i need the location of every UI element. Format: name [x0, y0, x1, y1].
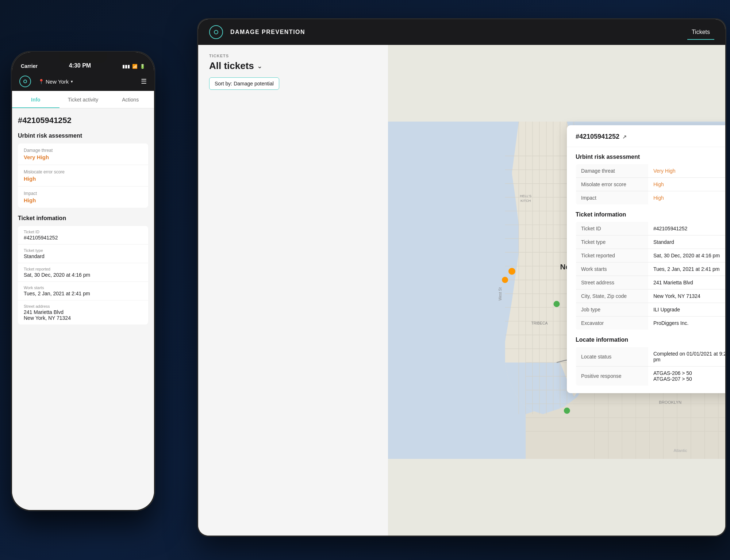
tab-ticket-activity[interactable]: Ticket activity [59, 91, 107, 108]
tablet-screen: DAMAGE PREVENTION Tickets TICKETS All ti… [198, 19, 725, 536]
phone-tabs: Info Ticket activity Actions [12, 91, 154, 108]
location-pin-icon: 📍 [38, 79, 44, 84]
misolate-label: Misolate error score [576, 178, 648, 191]
tablet-left-panel: TICKETS All tickets ⌄ Sort by: Damage po… [198, 45, 388, 536]
tab-info[interactable]: Info [12, 91, 59, 108]
tablet-panel-header: TICKETS All tickets ⌄ Sort by: Damage po… [198, 45, 388, 96]
ticket-type-label: Ticket type [576, 235, 648, 249]
signal-icon: ▮▮▮ [122, 64, 130, 69]
tab-actions[interactable]: Actions [107, 91, 154, 108]
tab-info-label: Info [31, 97, 41, 103]
tickets-tab-label: Tickets [692, 29, 710, 35]
tablet-nav-tab-tickets[interactable]: Tickets [687, 26, 714, 38]
tablet-frame: DAMAGE PREVENTION Tickets TICKETS All ti… [197, 18, 726, 537]
table-row: Ticket reported Sat, 30 Dec, 2020 at 4:1… [576, 249, 726, 262]
tab-ticket-activity-label: Ticket activity [68, 97, 99, 103]
svg-point-70 [502, 277, 508, 283]
info-ticket-id-label: Ticket ID [24, 230, 142, 234]
all-tickets-row: All tickets ⌄ [209, 60, 377, 72]
misolate-value: High [648, 178, 725, 191]
detail-risk-table: Damage threat Very High Misolate error s… [576, 164, 725, 205]
svg-point-75 [564, 408, 570, 414]
impact-label: Impact [576, 191, 648, 205]
tablet-content: TICKETS All tickets ⌄ Sort by: Damage po… [198, 45, 725, 536]
info-ticket-type-label: Ticket type [24, 248, 142, 253]
tickets-section-label: TICKETS [209, 54, 377, 58]
info-work-starts-label: Work starts [24, 285, 142, 290]
svg-text:Atlantic: Atlantic [674, 448, 687, 453]
logo-inner [23, 80, 27, 83]
detail-card-body[interactable]: Urbint risk assessment Damage threat Ver… [567, 147, 725, 393]
impact-value: High [24, 197, 142, 203]
info-row-ticket-reported: Ticket reported Sat, 30 Dec, 2020 at 4:1… [18, 263, 148, 282]
wifi-icon: 📶 [132, 64, 138, 69]
risk-row-impact: Impact High [18, 187, 148, 208]
job-type-value: ILI Upgrade [648, 303, 725, 317]
info-row-work-starts: Work starts Tues, 2 Jan, 2021 at 2:41 pm [18, 282, 148, 300]
phone-info-section-title: Ticket infomation [18, 215, 148, 222]
detail-risk-title: Urbint risk assessment [576, 154, 725, 160]
info-ticket-id-value: #42105941252 [24, 235, 142, 241]
excavator-label: Excavator [576, 317, 648, 330]
detail-info-table: Ticket ID #42105941252 Ticket type Stand… [576, 222, 725, 330]
city-state-zip-value: New York, NY 71324 [648, 289, 725, 303]
tablet-nav: DAMAGE PREVENTION Tickets [198, 19, 725, 45]
damage-threat-label: Damage threat [576, 164, 648, 178]
svg-text:West St: West St [498, 287, 502, 300]
excavator-value: ProDiggers Inc. [648, 317, 725, 330]
info-row-address: Street address 241 Marietta Blvd New Yor… [18, 300, 148, 325]
phone-notch [59, 52, 107, 63]
table-row: City, State, Zip code New York, NY 71324 [576, 289, 726, 303]
svg-text:BROOKLYN: BROOKLYN [659, 400, 681, 404]
table-row: Street address 241 Marietta Blvd [576, 276, 726, 289]
city-state-zip-label: City, State, Zip code [576, 289, 648, 303]
ticket-reported-value: Sat, 30 Dec, 2020 at 4:16 pm [648, 249, 725, 262]
sort-button-label: Sort by: Damage potential [215, 81, 274, 87]
tablet-brand-label: DAMAGE PREVENTION [230, 29, 305, 35]
hamburger-menu-icon[interactable]: ☰ [141, 77, 147, 85]
risk-row-damage: Damage threat Very High [18, 143, 148, 165]
damage-threat-value: Very High [24, 154, 142, 160]
impact-label: Impact [24, 191, 142, 196]
street-address-label: Street address [576, 276, 648, 289]
table-row: Locate status Completed on 01/01/2021 at… [576, 347, 726, 367]
time-label: 4:30 PM [69, 62, 91, 69]
table-row: Impact High [576, 191, 726, 205]
phone-risk-section-title: Urbint risk assessment [18, 133, 148, 139]
phone-risk-card: Damage threat Very High Mislocate error … [18, 143, 148, 208]
phone-content: #42105941252 Urbint risk assessment Dama… [12, 108, 154, 510]
table-row: Misolate error score High [576, 178, 726, 191]
location-selector[interactable]: 📍 New York ▾ [38, 78, 137, 85]
tablet-logo-inner [214, 30, 218, 34]
sort-button[interactable]: Sort by: Damage potential [209, 77, 279, 90]
job-type-label: Job type [576, 303, 648, 317]
mislocate-label: Mislocate error score [24, 169, 142, 174]
ticket-id-label: Ticket ID [576, 222, 648, 235]
external-link-icon[interactable]: ↗ [622, 134, 627, 140]
svg-point-69 [508, 268, 515, 275]
battery-icon: 🔋 [140, 64, 145, 69]
tab-actions-label: Actions [122, 97, 139, 103]
app-logo [19, 76, 31, 87]
all-tickets-chevron-icon[interactable]: ⌄ [257, 62, 262, 70]
phone-info-card: Ticket ID #42105941252 Ticket type Stand… [18, 226, 148, 325]
phone-device: Carrier 4:30 PM ▮▮▮ 📶 🔋 📍 New York ▾ [11, 51, 155, 511]
detail-card-id-row: #42105941252 ↗ [576, 133, 627, 141]
location-city: New York [46, 78, 69, 85]
status-icons: ▮▮▮ 📶 🔋 [122, 64, 145, 69]
detail-card-header: #42105941252 ↗ × [567, 125, 725, 147]
detail-info-title: Ticket information [576, 211, 725, 218]
detail-locate-table: Locate status Completed on 01/01/2021 at… [576, 347, 725, 386]
info-row-ticket-type: Ticket type Standard [18, 245, 148, 263]
impact-value: High [648, 191, 725, 205]
table-row: Ticket type Standard [576, 235, 726, 249]
work-starts-label: Work starts [576, 262, 648, 276]
table-row: Job type ILI Upgrade [576, 303, 726, 317]
carrier-label: Carrier [21, 63, 38, 69]
info-city-value: New York, NY 71324 [24, 315, 142, 321]
ticket-type-value: Standard [648, 235, 725, 249]
phone-frame: Carrier 4:30 PM ▮▮▮ 📶 🔋 📍 New York ▾ [11, 51, 155, 511]
phone-nav: 📍 New York ▾ ☰ [12, 72, 154, 91]
info-row-ticket-id: Ticket ID #42105941252 [18, 226, 148, 245]
street-address-value: 241 Marietta Blvd [648, 276, 725, 289]
